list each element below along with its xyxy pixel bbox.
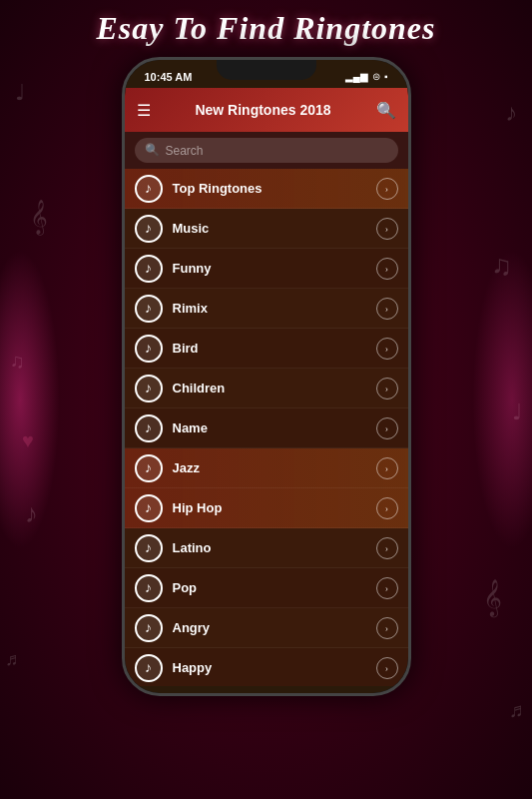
chevron-right-icon: ›	[376, 457, 398, 479]
list-item[interactable]: ♪ Music ›	[125, 209, 408, 249]
list-item[interactable]: ♪ Top Ringtones ›	[125, 169, 408, 209]
page-title: Esay To Find Ringtones	[96, 10, 435, 47]
battery-icon: ▪	[384, 71, 388, 82]
item-label: Hip Hop	[173, 500, 376, 515]
music-note-icon: ♪	[145, 500, 152, 516]
list-item[interactable]: ♪ Rimix ›	[125, 289, 408, 329]
search-input-wrapper[interactable]: 🔍 Search	[135, 138, 398, 163]
item-label: Bird	[173, 341, 376, 356]
music-icon-circle: ♪	[135, 375, 163, 402]
phone-frame: 10:45 AM ▂▄▆ ⊜ ▪ ☰ New Ringtones 2018 🔍 …	[122, 57, 411, 696]
list-item[interactable]: ♪ Funny ›	[125, 249, 408, 289]
item-label: Music	[173, 221, 376, 236]
phone-screen: 10:45 AM ▂▄▆ ⊜ ▪ ☰ New Ringtones 2018 🔍 …	[125, 60, 408, 693]
list-item[interactable]: ♪ Children ›	[125, 369, 408, 408]
header-title: New Ringtones 2018	[195, 102, 330, 118]
chevron-right-icon: ›	[376, 537, 398, 559]
signal-icon: ▂▄▆	[345, 71, 368, 82]
music-note-icon: ♪	[145, 181, 152, 197]
chevron-right-icon: ›	[376, 218, 398, 240]
list-item[interactable]: ♪ Jazz ›	[125, 448, 408, 488]
list-item[interactable]: ♪ Pop ›	[125, 568, 408, 608]
music-icon-circle: ♪	[135, 454, 163, 482]
chevron-right-icon: ›	[376, 577, 398, 599]
search-bar-container: 🔍 Search	[125, 132, 408, 169]
music-icon-circle: ♪	[135, 215, 163, 243]
list-item[interactable]: ♪ Latino ›	[125, 528, 408, 568]
list-item[interactable]: ♪ Bird ›	[125, 329, 408, 369]
list-item[interactable]: ♪ Hip Hop ›	[125, 488, 408, 528]
music-icon-circle: ♪	[135, 574, 163, 602]
music-note-icon: ♪	[145, 460, 152, 476]
music-icon-circle: ♪	[135, 335, 163, 363]
music-note-icon: ♪	[145, 540, 152, 556]
music-icon-circle: ♪	[135, 295, 163, 323]
chevron-right-icon: ›	[376, 497, 398, 519]
item-label: Angry	[173, 620, 376, 635]
music-icon-circle: ♪	[135, 614, 163, 642]
phone-notch	[217, 60, 316, 80]
music-note-icon: ♪	[145, 261, 152, 277]
music-icon-circle: ♪	[135, 414, 163, 442]
music-note-icon: ♪	[145, 301, 152, 317]
glow-right	[472, 250, 532, 549]
chevron-right-icon: ›	[376, 617, 398, 639]
music-note-icon: ♪	[145, 341, 152, 357]
glow-left	[0, 250, 60, 549]
music-icon-circle: ♪	[135, 255, 163, 283]
menu-icon[interactable]: ☰	[137, 101, 151, 120]
list-item[interactable]: ♪ Name ›	[125, 408, 408, 448]
status-time: 10:45 AM	[145, 71, 193, 83]
chevron-right-icon: ›	[376, 378, 398, 400]
music-note-icon: ♪	[145, 221, 152, 237]
item-label: Latino	[173, 540, 376, 555]
search-icon: 🔍	[145, 143, 160, 158]
music-note-icon: ♪	[145, 660, 152, 676]
app-header: ☰ New Ringtones 2018 🔍	[125, 88, 408, 132]
list-item[interactable]: ♪ Happy ›	[125, 648, 408, 686]
item-label: Name	[173, 420, 376, 435]
music-icon-circle: ♪	[135, 654, 163, 682]
search-placeholder: Search	[166, 144, 204, 158]
item-label: Children	[173, 381, 376, 396]
list-item[interactable]: ♪ Angry ›	[125, 608, 408, 648]
item-label: Top Ringtones	[173, 181, 376, 196]
music-icon-circle: ♪	[135, 494, 163, 522]
item-label: Pop	[173, 580, 376, 595]
ringtone-list: ♪ Top Ringtones › ♪ Music › ♪ Funny › ♪ …	[125, 169, 408, 686]
music-note-icon: ♪	[145, 620, 152, 636]
music-note-icon: ♪	[145, 420, 152, 436]
chevron-right-icon: ›	[376, 298, 398, 320]
chevron-right-icon: ›	[376, 178, 398, 200]
item-label: Funny	[173, 261, 376, 276]
chevron-right-icon: ›	[376, 417, 398, 439]
item-label: Jazz	[173, 460, 376, 475]
chevron-right-icon: ›	[376, 657, 398, 679]
music-note-icon: ♪	[145, 580, 152, 596]
item-label: Rimix	[173, 301, 376, 316]
chevron-right-icon: ›	[376, 258, 398, 280]
music-icon-circle: ♪	[135, 175, 163, 203]
status-icons: ▂▄▆ ⊜ ▪	[345, 71, 388, 82]
chevron-right-icon: ›	[376, 338, 398, 360]
music-icon-circle: ♪	[135, 534, 163, 562]
music-note-icon: ♪	[145, 381, 152, 397]
wifi-icon: ⊜	[372, 71, 380, 82]
header-search-icon[interactable]: 🔍	[376, 101, 396, 120]
item-label: Happy	[173, 660, 376, 675]
